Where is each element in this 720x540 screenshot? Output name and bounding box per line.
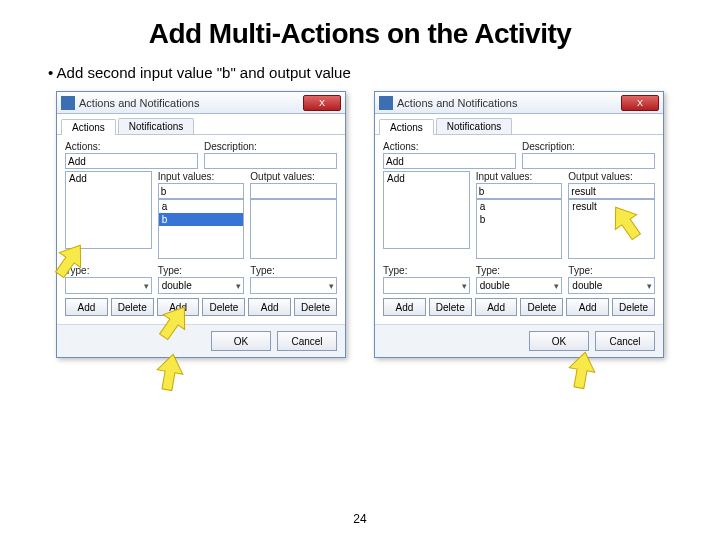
list-item[interactable]: a	[477, 200, 562, 213]
actions-input[interactable]	[383, 153, 516, 169]
label-description: Description:	[204, 141, 337, 152]
window-title: Actions and Notifications	[397, 97, 621, 109]
page-number: 24	[353, 512, 366, 526]
app-icon	[379, 96, 393, 110]
input-value-field[interactable]	[158, 183, 245, 199]
label-actions: Actions:	[65, 141, 198, 152]
delete-button[interactable]: Delete	[429, 298, 472, 316]
list-item[interactable]: result	[569, 200, 654, 213]
tab-actions[interactable]: Actions	[61, 119, 116, 135]
list-item[interactable]: Add	[384, 172, 469, 185]
actions-listbox[interactable]: Add	[65, 171, 152, 249]
label-type: Type:	[568, 265, 655, 276]
tab-bar: Actions Notifications	[57, 118, 345, 135]
type-combo-2[interactable]: double	[158, 277, 245, 294]
type-combo-2[interactable]: double	[476, 277, 563, 294]
actions-listbox[interactable]: Add	[383, 171, 470, 249]
list-item[interactable]: Add	[66, 172, 151, 185]
output-values-listbox[interactable]	[250, 199, 337, 259]
description-input[interactable]	[522, 153, 655, 169]
label-type: Type:	[476, 265, 563, 276]
add-button[interactable]: Add	[475, 298, 518, 316]
actions-input[interactable]	[65, 153, 198, 169]
label-type: Type:	[383, 265, 470, 276]
add-button[interactable]: Add	[65, 298, 108, 316]
titlebar: Actions and Notifications X	[57, 92, 345, 114]
tab-notifications[interactable]: Notifications	[436, 118, 512, 134]
window-title: Actions and Notifications	[79, 97, 303, 109]
label-output-values: Output values:	[250, 171, 337, 182]
bullet-text: Add second input value "b" and output va…	[48, 64, 680, 81]
type-combo-1[interactable]	[383, 277, 470, 294]
add-button[interactable]: Add	[248, 298, 291, 316]
titlebar: Actions and Notifications X	[375, 92, 663, 114]
close-button[interactable]: X	[621, 95, 659, 111]
label-type: Type:	[250, 265, 337, 276]
ok-button[interactable]: OK	[529, 331, 589, 351]
list-item[interactable]: b	[477, 213, 562, 226]
add-button[interactable]: Add	[383, 298, 426, 316]
add-button[interactable]: Add	[566, 298, 609, 316]
label-description: Description:	[522, 141, 655, 152]
annotation-arrow-icon	[153, 352, 187, 392]
cancel-button[interactable]: Cancel	[595, 331, 655, 351]
list-item[interactable]: a	[159, 200, 244, 213]
tab-bar: Actions Notifications	[375, 118, 663, 135]
tab-actions[interactable]: Actions	[379, 119, 434, 135]
delete-button[interactable]: Delete	[111, 298, 154, 316]
slide-title: Add Multi-Actions on the Activity	[40, 18, 680, 50]
label-actions: Actions:	[383, 141, 516, 152]
dialog-left: Actions and Notifications X Actions Noti…	[56, 91, 346, 358]
label-output-values: Output values:	[568, 171, 655, 182]
input-values-listbox[interactable]: a b	[476, 199, 563, 259]
description-input[interactable]	[204, 153, 337, 169]
delete-button[interactable]: Delete	[294, 298, 337, 316]
delete-button[interactable]: Delete	[520, 298, 563, 316]
output-values-listbox[interactable]: result	[568, 199, 655, 259]
delete-button[interactable]: Delete	[612, 298, 655, 316]
close-button[interactable]: X	[303, 95, 341, 111]
list-item[interactable]: b	[159, 213, 244, 226]
cancel-button[interactable]: Cancel	[277, 331, 337, 351]
output-value-field[interactable]	[250, 183, 337, 199]
type-combo-3[interactable]	[250, 277, 337, 294]
output-value-field[interactable]	[568, 183, 655, 199]
type-combo-1[interactable]	[65, 277, 152, 294]
ok-button[interactable]: OK	[211, 331, 271, 351]
add-button[interactable]: Add	[157, 298, 200, 316]
type-combo-3[interactable]: double	[568, 277, 655, 294]
label-type: Type:	[65, 265, 152, 276]
input-values-listbox[interactable]: a b	[158, 199, 245, 259]
label-input-values: Input values:	[476, 171, 563, 182]
input-value-field[interactable]	[476, 183, 563, 199]
app-icon	[61, 96, 75, 110]
tab-notifications[interactable]: Notifications	[118, 118, 194, 134]
dialog-right: Actions and Notifications X Actions Noti…	[374, 91, 664, 358]
label-input-values: Input values:	[158, 171, 245, 182]
delete-button[interactable]: Delete	[202, 298, 245, 316]
label-type: Type:	[158, 265, 245, 276]
